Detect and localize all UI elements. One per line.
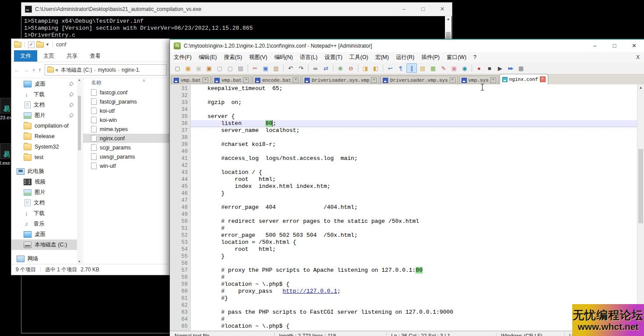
new-folder-icon[interactable] (36, 42, 44, 48)
scroll-up-icon[interactable]: ▲ (637, 84, 644, 91)
scrollbar-thumb[interactable] (78, 96, 81, 150)
sidebar-item-桌面[interactable]: 桌面 (11, 229, 77, 239)
copy-icon[interactable]: ▣ (261, 64, 270, 73)
menu-item-搜索(S)[interactable]: 搜索(S) (220, 54, 246, 61)
document-tab-encode.bat[interactable]: encode.bat× (252, 76, 301, 84)
text-editor[interactable]: 31 keepalive_timeout 65;3233 #gzip on;34… (170, 84, 644, 331)
breadcrumb-item[interactable]: mytools (97, 67, 117, 73)
tab-close-icon[interactable]: × (293, 77, 298, 83)
menu-item-设置(T)[interactable]: 设置(T) (321, 54, 346, 61)
scroll-up-icon[interactable]: ▲ (445, 16, 452, 22)
sidebar-item-下载[interactable]: 下载 (11, 208, 77, 218)
sidebar-item-Release[interactable]: Release (11, 131, 77, 142)
sync-horizontal-icon[interactable]: ◧ (371, 64, 381, 73)
tree-scrollbar[interactable]: ▲ ▼ (77, 77, 82, 264)
zoom-out-icon[interactable]: ⊖ (346, 64, 356, 73)
desktop-icon[interactable]: 23.ex (0, 98, 11, 120)
document-tab-DriverLoader.vmp.sys[interactable]: DriverLoader.vmp.sys× (380, 76, 458, 84)
qat-dropdown-icon[interactable]: ▼ (46, 42, 49, 47)
record-macro-icon[interactable]: ● (474, 64, 484, 73)
sidebar-item-视频[interactable]: 视频 (11, 177, 77, 187)
show-all-chars-icon[interactable]: ¶ (396, 64, 406, 73)
paste-icon[interactable]: ▥ (271, 64, 281, 73)
sidebar-item-compilation-of[interactable]: compilation-of (11, 121, 77, 131)
tab-close-icon[interactable]: × (203, 77, 208, 83)
ribbon-tab-查看[interactable]: 查看 (84, 50, 107, 62)
tab-close-icon[interactable]: × (540, 76, 546, 82)
find-icon[interactable]: ∞ (311, 64, 320, 73)
menu-item-编码(N)[interactable]: 编码(N) (271, 54, 296, 61)
function-list-icon[interactable]: ▤ (418, 64, 427, 73)
properties-check-icon[interactable]: ✓ (28, 42, 35, 48)
sidebar-item-文档[interactable]: 文档 (11, 197, 77, 208)
ribbon-tab-共享[interactable]: 共享 (60, 50, 84, 62)
minimize-button[interactable]: – (394, 3, 413, 16)
document-tab-vmp.sys[interactable]: vmp.sys× (459, 76, 499, 84)
menu-item-?[interactable]: ? (470, 54, 480, 60)
sidebar-item-图片[interactable]: 图片 (11, 187, 77, 197)
menu-item-文件(F)[interactable]: 文件(F) (170, 54, 195, 61)
desktop-icon[interactable]: l.exe (0, 143, 11, 166)
document-tab-vmp.bat[interactable]: vmp.bat× (212, 76, 252, 84)
close-button[interactable]: ✕ (433, 3, 452, 16)
column-header-name[interactable]: 名称 ∧ (83, 77, 169, 88)
tab-close-icon[interactable]: × (450, 77, 455, 83)
indent-guide-icon[interactable]: ∥ (406, 63, 417, 73)
back-icon[interactable]: ← (14, 66, 20, 73)
npp-title-bar[interactable]: N C:\mytools\nginx-1.20.1\nginx-1.20.1\c… (170, 40, 644, 52)
sidebar-item-桌面[interactable]: 桌面 (11, 79, 77, 89)
monitoring-eye-icon[interactable]: ◉ (460, 64, 469, 73)
close-all-docs-icon[interactable]: ▢ (225, 64, 235, 73)
stop-macro-icon[interactable]: ■ (485, 64, 494, 73)
sidebar-item-音乐[interactable]: 音乐 (11, 218, 77, 229)
folder-workspace-icon[interactable]: ✎ (439, 64, 448, 73)
sidebar-item-网络[interactable]: 网络 (11, 253, 77, 264)
save-icon[interactable]: ▣ (194, 64, 203, 73)
tab-close-icon[interactable]: × (490, 77, 496, 83)
document-tab-vmp.bat[interactable]: vmp.bat× (171, 76, 211, 84)
sidebar-item-test[interactable]: test (11, 152, 77, 163)
breadcrumb-item[interactable]: nginx-1. (121, 67, 141, 73)
save-macro-icon[interactable]: ▦ (516, 64, 526, 73)
forward-icon[interactable]: → (23, 66, 29, 73)
eol-format[interactable]: Windows (CR LF) (497, 333, 565, 336)
editor-scrollbar[interactable]: ▲ (637, 84, 644, 331)
document-tab-DriverLoader.sys.vmp[interactable]: DriverLoader.sys.vmp× (302, 76, 379, 84)
sidebar-item-此电脑[interactable]: 此电脑 (11, 166, 77, 177)
save-all-icon[interactable]: ▣ (204, 64, 214, 73)
hyperlink[interactable]: http://127.0.0.1 (283, 288, 337, 294)
file-row-koi-utf[interactable]: koi-utf (83, 106, 169, 115)
file-row-uwsgi_params[interactable]: uwsgi_params (83, 152, 169, 161)
file-row-fastcgi_params[interactable]: fastcgi_params (83, 97, 169, 106)
menu-item-工具(O)[interactable]: 工具(O) (346, 54, 372, 61)
sidebar-item-本地磁盘 (C:)[interactable]: 本地磁盘 (C:) (11, 239, 77, 250)
tab-close-icon[interactable]: × (243, 77, 249, 83)
maximize-button[interactable]: □ (413, 3, 433, 16)
maximize-button[interactable]: □ (605, 40, 624, 52)
sync-vertical-icon[interactable]: ◨ (360, 64, 370, 73)
scrollbar-thumb[interactable] (638, 149, 643, 223)
cut-icon[interactable]: ✂ (250, 64, 260, 73)
console-title-bar[interactable]: C:\Users\Administrator\Desktop\basis21_a… (21, 3, 452, 16)
ribbon-tab-文件[interactable]: 文件 (14, 50, 37, 62)
word-wrap-icon[interactable]: ↩ (385, 64, 395, 73)
close-doc-icon[interactable]: ▢ (215, 64, 224, 73)
file-row-mime.types[interactable]: mime.types (83, 125, 169, 134)
file-row-koi-win[interactable]: koi-win (83, 115, 169, 125)
menu-item-窗口(W)[interactable]: 窗口(W) (443, 54, 470, 61)
up-icon[interactable]: ↑ (38, 66, 42, 73)
play-macro-icon[interactable]: ▶ (495, 64, 505, 73)
address-bar[interactable]: « 本地磁盘 (C:)›mytools›nginx-1. (45, 64, 167, 76)
menu-item-视图(V)[interactable]: 视图(V) (245, 54, 271, 61)
redo-icon[interactable]: ↷ (296, 64, 306, 73)
document-map-icon[interactable]: ▦ (428, 64, 438, 73)
replace-icon[interactable]: ⇄ (321, 64, 331, 73)
sidebar-item-System32[interactable]: System32 (11, 142, 77, 152)
menu-item-语言(L)[interactable]: 语言(L) (296, 54, 321, 61)
history-dropdown-icon[interactable]: ∨ (32, 68, 35, 72)
menu-item-编辑(E)[interactable]: 编辑(E) (195, 54, 220, 61)
sidebar-item-图片[interactable]: 图片 (11, 110, 77, 121)
menu-item-运行(R)[interactable]: 运行(R) (392, 54, 418, 61)
minimize-button[interactable]: – (585, 40, 605, 52)
file-row-win-utf[interactable]: win-utf (83, 161, 169, 170)
